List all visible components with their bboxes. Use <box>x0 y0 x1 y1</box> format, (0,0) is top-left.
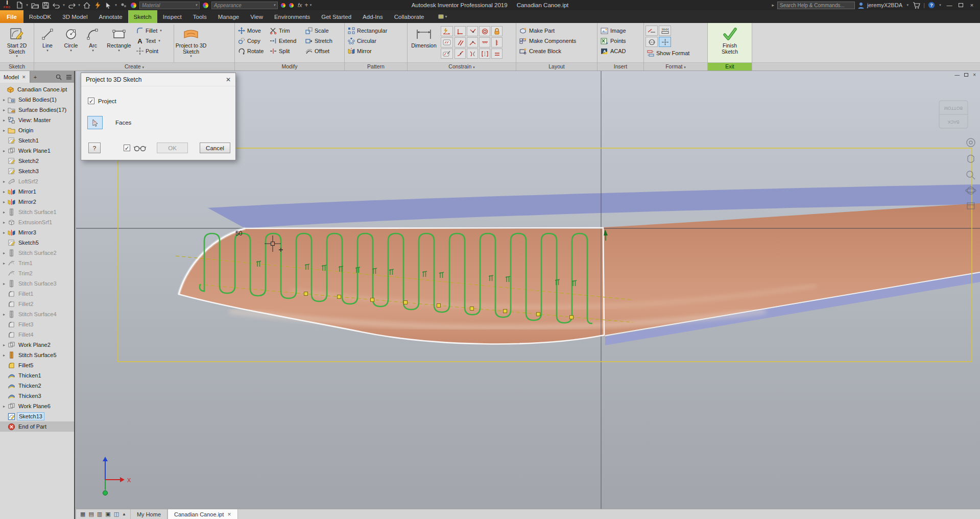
undo-caret[interactable]: ▾ <box>62 3 66 7</box>
circle-button[interactable]: Circle ▾ <box>59 25 83 62</box>
auto-dimension-button[interactable] <box>441 26 453 36</box>
tree-item-origin[interactable]: ▸Origin <box>0 125 74 135</box>
layout-panes-icon[interactable]: ◫ <box>114 511 119 517</box>
dialog-title-bar[interactable]: Project to 3D Sketch ✕ <box>81 73 235 86</box>
appearance-adjust-icon[interactable] <box>280 3 286 8</box>
symmetric-constraint-button[interactable] <box>479 49 490 59</box>
tab-tools[interactable]: Tools <box>187 10 212 23</box>
circular-pattern-button[interactable]: Circular <box>346 36 389 46</box>
tree-item-fillet2[interactable]: Fillet2 <box>0 299 74 309</box>
redo-caret[interactable]: ▾ <box>77 3 81 7</box>
rectangular-pattern-button[interactable]: Rectangular <box>346 26 389 36</box>
tab-sketch[interactable]: Sketch <box>128 10 157 23</box>
tree-item-stitch-surface4[interactable]: ▸Stitch Surface4 <box>0 309 74 319</box>
quick-sketch-button[interactable] <box>92 1 103 10</box>
panel-label-layout[interactable]: Layout <box>516 62 597 70</box>
tree-item-root[interactable]: Canadian Canoe.ipt <box>0 84 74 95</box>
signed-in-user[interactable]: jeremyX2BDA <box>867 2 902 8</box>
doc-close-button[interactable]: × <box>973 72 976 78</box>
dialog-cancel-button[interactable]: Cancel <box>200 143 230 153</box>
finish-sketch-button[interactable]: Finish Sketch <box>714 25 746 62</box>
material-tool-button[interactable] <box>118 1 129 10</box>
panel-label-exit[interactable]: Exit <box>708 62 752 70</box>
curvature-constraint-button[interactable] <box>467 49 478 59</box>
offset-button[interactable]: Offset <box>304 46 342 56</box>
preview-checkbox[interactable]: ✓ <box>124 145 130 151</box>
fix-constraint-button[interactable] <box>491 26 503 36</box>
tab-environments[interactable]: Environments <box>269 10 316 23</box>
tree-item-loftsrf2[interactable]: ▸LoftSrf2 <box>0 176 74 186</box>
panel-label-constrain[interactable]: Constrain ▾ <box>408 62 516 70</box>
tree-item-mirror1[interactable]: ▸Mirror1 <box>0 186 74 197</box>
tab-3d-model[interactable]: 3D Model <box>57 10 93 23</box>
split-button[interactable]: Split <box>268 46 304 56</box>
fillet-button[interactable]: Fillet▾ <box>135 26 174 36</box>
tree-item-end-of-part[interactable]: End of Part <box>0 421 74 432</box>
rotate-button[interactable]: Rotate <box>236 46 268 56</box>
tab-get-started[interactable]: Get Started <box>316 10 357 23</box>
panel-label-pattern[interactable]: Pattern <box>345 62 407 70</box>
home-button[interactable] <box>82 1 92 10</box>
redo-button[interactable] <box>66 1 77 10</box>
equal-constraint-button[interactable] <box>491 49 503 59</box>
doc-minimize-button[interactable]: — <box>954 72 960 78</box>
tree-item-thicken2[interactable]: Thicken2 <box>0 381 74 391</box>
close-window-button[interactable]: × <box>968 2 976 8</box>
tree-item-sketch2[interactable]: Sketch2 <box>0 156 74 166</box>
select-tool-button[interactable] <box>103 1 113 10</box>
document-tab-close-icon[interactable]: ✕ <box>227 512 231 517</box>
concentric-constraint-button[interactable] <box>479 26 490 36</box>
rectangle-button[interactable]: Rectangle ▾ <box>103 25 135 62</box>
perpendicular-constraint-button[interactable] <box>455 26 466 36</box>
browser-search-button[interactable] <box>54 71 64 83</box>
qat-add-button[interactable]: + <box>305 2 308 9</box>
points-button[interactable]: Points <box>599 36 628 46</box>
store-cart-icon[interactable] <box>913 2 920 9</box>
browser-menu-button[interactable] <box>64 71 74 83</box>
tree-item-stitch-surface2[interactable]: ▸Stitch Surface2 <box>0 248 74 258</box>
tab-collaborate[interactable]: Collaborate <box>389 10 430 23</box>
start-2d-sketch-button[interactable]: Start 2D Sketch ▾ <box>2 25 32 62</box>
tree-item-fillet1[interactable]: Fillet1 <box>0 289 74 299</box>
doc-restore-button[interactable] <box>964 73 968 77</box>
layout-rows-icon[interactable]: ▤ <box>88 511 93 517</box>
tab-file[interactable]: File <box>0 10 23 23</box>
horizontal-constraint-button[interactable] <box>479 37 490 48</box>
tree-item-mirror3[interactable]: ▸Mirror3 <box>0 227 74 238</box>
scale-button[interactable]: Scale <box>304 26 342 36</box>
dialog-help-button[interactable]: ? <box>88 143 101 153</box>
tab-document[interactable]: Canadian Canoe.ipt ✕ <box>168 509 238 519</box>
view-cube[interactable]: BOTTOM BACK <box>939 101 968 128</box>
tree-item-trim2[interactable]: Trim2 <box>0 268 74 278</box>
tree-item-stitch-surface5[interactable]: ▸Stitch Surface5 <box>0 350 74 360</box>
tree-item-work-plane6[interactable]: ▸Work Plane6 <box>0 401 74 411</box>
layout-columns-icon[interactable]: ▥ <box>97 511 102 517</box>
tree-item-sketch3[interactable]: Sketch3 <box>0 166 74 176</box>
tree-item-fillet5[interactable]: Fillet5 <box>0 360 74 370</box>
dialog-close-icon[interactable]: ✕ <box>226 76 231 83</box>
material-combobox[interactable]: Material▾ <box>139 2 200 9</box>
driven-dimension-button[interactable]: H×H <box>659 26 671 36</box>
user-menu-caret[interactable]: ▾ <box>905 3 910 7</box>
show-constraints-button[interactable] <box>441 49 453 59</box>
acad-button[interactable]: A ACAD <box>599 46 628 56</box>
browser-add-tab-button[interactable]: + <box>30 71 41 83</box>
ribbon-extras-button[interactable]: ▾ <box>435 10 450 23</box>
undo-button[interactable] <box>51 1 61 10</box>
tab-view[interactable]: View <box>245 10 269 23</box>
vertical-constraint-button[interactable] <box>491 37 503 48</box>
inventor-logo[interactable]: I PRO <box>1 1 13 10</box>
open-button[interactable] <box>30 1 40 10</box>
constraint-settings-button[interactable] <box>441 37 453 48</box>
line-button[interactable]: Line ▾ <box>36 25 59 62</box>
dialog-ok-button[interactable]: OK <box>157 143 188 153</box>
tab-inspect[interactable]: Inspect <box>157 10 187 23</box>
trim-button[interactable]: Trim <box>268 26 304 36</box>
stretch-button[interactable]: Stretch <box>304 36 342 46</box>
tree-item-solid-bodies[interactable]: ▸Solid Bodies(1) <box>0 95 74 105</box>
tree-item-fillet3[interactable]: Fillet3 <box>0 319 74 329</box>
tree-item-mirror2[interactable]: ▸Mirror2 <box>0 197 74 207</box>
tree-item-extrusionsrf1[interactable]: ▸ExtrusionSrf1 <box>0 217 74 227</box>
help-menu-caret[interactable]: ▾ <box>938 3 942 7</box>
tangent-constraint-button[interactable] <box>467 37 478 48</box>
